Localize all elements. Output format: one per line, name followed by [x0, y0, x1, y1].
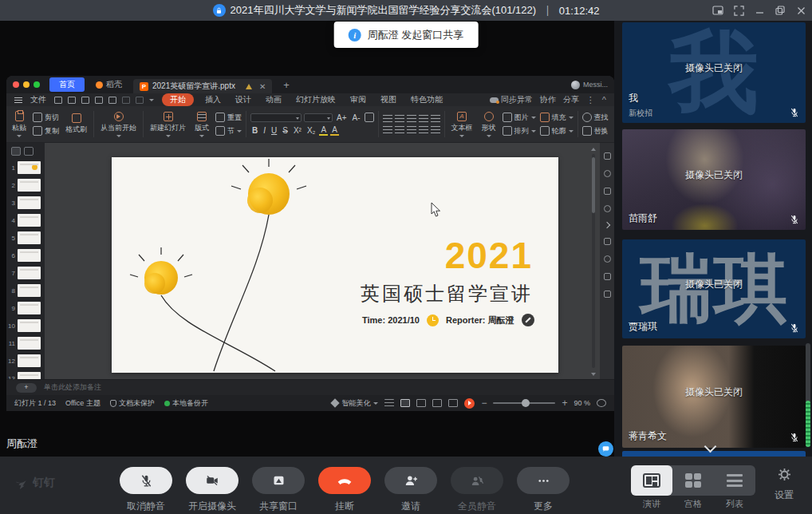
mac-zoom-icon[interactable] — [34, 81, 40, 88]
help-pane-icon[interactable] — [604, 255, 611, 263]
reading-view-icon[interactable] — [432, 399, 442, 407]
new-slide-button[interactable]: 新建幻灯片 — [148, 108, 188, 140]
mac-minimize-icon[interactable] — [23, 81, 30, 88]
object-properties-icon[interactable] — [604, 152, 611, 160]
shapes-button[interactable]: 形状 — [479, 108, 499, 140]
caret-down-icon[interactable] — [149, 99, 154, 101]
slides-view-tab-icon[interactable] — [11, 147, 21, 156]
font-color-button[interactable]: A — [330, 125, 339, 136]
decrease-indent-icon[interactable] — [407, 115, 416, 123]
align-right-icon[interactable] — [407, 126, 416, 134]
settings-button[interactable]: 设置 — [772, 467, 796, 502]
undo-icon[interactable] — [122, 97, 130, 104]
slide-thumbnail[interactable]: 10 — [6, 317, 45, 334]
preview-icon[interactable] — [108, 97, 116, 104]
menu-icon[interactable] — [14, 97, 22, 103]
ribbon-tab-slideshow[interactable]: 幻灯片放映 — [293, 93, 339, 106]
arrange-button[interactable]: 排列 — [503, 126, 536, 136]
redo-icon[interactable] — [136, 97, 144, 104]
layout-presenter-button[interactable] — [631, 465, 672, 496]
strikethrough-button[interactable]: S — [281, 126, 290, 135]
grow-font-button[interactable]: A+ — [335, 113, 349, 122]
new-tab-button[interactable]: + — [283, 79, 290, 91]
slide-thumbnail[interactable]: 12 — [6, 352, 45, 370]
notes-placeholder[interactable]: 单击此处添加备注 — [44, 382, 101, 393]
fill-button[interactable]: 填充 — [540, 113, 574, 123]
zoom-slider[interactable] — [493, 402, 555, 404]
close-doc-icon[interactable]: ✕ — [259, 82, 266, 91]
theme-name[interactable]: Office 主题 — [65, 398, 101, 409]
ribbon-tab-review[interactable]: 审阅 — [347, 93, 369, 106]
ribbon-tab-view[interactable]: 视图 — [377, 93, 400, 106]
numbered-list-icon[interactable] — [395, 115, 404, 123]
scroll-down-icon[interactable] — [591, 373, 596, 376]
slide-thumbnail[interactable]: 4 — [6, 212, 45, 229]
participant-tile[interactable]: 瑞琪 摄像头已关闭 贾瑞琪 — [622, 239, 806, 338]
collapse-ribbon-icon[interactable]: ^ — [602, 95, 606, 105]
slide-thumbnail[interactable]: 3 — [6, 194, 45, 212]
participant-tile-self[interactable]: 我 摄像头已关闭 我 新校招 — [622, 22, 806, 123]
ribbon-tab-animation[interactable]: 动画 — [262, 93, 285, 106]
zoom-level[interactable]: 90 % — [574, 399, 590, 407]
highlight-color-button[interactable]: A — [319, 125, 328, 136]
wps-document-tab[interactable]: P 2021英硕留学宣讲.pptx ✕ — [133, 79, 272, 93]
cut-button[interactable]: 剪切 — [33, 113, 59, 123]
columns-icon[interactable] — [431, 126, 440, 134]
ribbon-tab-design[interactable]: 设计 — [232, 93, 254, 106]
slide-thumbnail[interactable]: 1 — [6, 159, 45, 176]
align-center-icon[interactable] — [395, 126, 404, 134]
find-button[interactable]: 查找 — [582, 113, 609, 123]
slide-thumbnail[interactable]: 13 — [6, 370, 45, 379]
handout-view-icon[interactable] — [448, 399, 458, 407]
participant-tile[interactable]: 摄像头已关闭 苗雨舒 — [622, 129, 806, 230]
wps-account[interactable]: Messi... — [571, 81, 608, 89]
comments-pane-icon[interactable] — [604, 238, 611, 245]
shrink-font-button[interactable]: A- — [351, 113, 362, 122]
picture-in-picture-button[interactable] — [711, 4, 724, 17]
invite-button[interactable]: 邀请 — [384, 467, 437, 513]
participants-scrollbar-thumb[interactable] — [806, 401, 810, 447]
restore-button[interactable] — [774, 4, 786, 17]
textbox-button[interactable]: A文本框 — [449, 108, 475, 140]
superscript-button[interactable]: X² — [292, 126, 303, 135]
more-pane-icon[interactable] — [604, 291, 611, 298]
slideshow-button[interactable] — [464, 398, 475, 409]
scroll-up-icon[interactable] — [591, 148, 596, 151]
underline-button[interactable]: U — [270, 126, 278, 135]
slide-thumbnail[interactable]: 2 — [6, 176, 45, 194]
expand-pane-chevron-icon[interactable] — [604, 222, 610, 228]
wps-docer-tab[interactable]: 稻壳 — [89, 77, 128, 92]
animation-pane-icon[interactable] — [604, 170, 611, 177]
participants-scrollbar[interactable] — [806, 343, 810, 447]
zoom-out-button[interactable]: − — [481, 398, 487, 408]
clear-format-icon[interactable] — [365, 113, 374, 122]
resource-pane-icon[interactable] — [604, 273, 611, 280]
selection-pane-icon[interactable] — [604, 205, 611, 212]
file-menu[interactable]: 文件 — [30, 94, 46, 105]
bullet-list-icon[interactable] — [383, 115, 392, 123]
picture-button[interactable]: 图片 — [503, 113, 536, 123]
fit-slide-icon[interactable] — [597, 399, 606, 407]
slide-thumbnail[interactable]: 8 — [6, 282, 45, 299]
camera-on-button[interactable]: 开启摄像头 — [186, 467, 238, 513]
subscript-button[interactable]: X₂ — [305, 126, 317, 135]
backup-status[interactable]: 本地备份开 — [164, 398, 208, 409]
reset-button[interactable]: 重置 — [215, 113, 242, 123]
mac-close-icon[interactable] — [13, 81, 19, 88]
ribbon-tab-home[interactable]: 开始 — [162, 93, 194, 106]
add-slide-button[interactable]: + — [16, 383, 37, 393]
slide-thumbnail[interactable]: 11 — [6, 334, 45, 352]
protection-status[interactable]: 文档未保护 — [110, 398, 155, 409]
ribbon-tab-special[interactable]: 特色功能 — [408, 93, 446, 106]
layout-grid-button[interactable] — [672, 465, 714, 496]
fullscreen-button[interactable] — [732, 4, 745, 17]
print-icon[interactable] — [95, 97, 103, 104]
font-size-select[interactable] — [304, 113, 333, 122]
font-family-select[interactable] — [250, 113, 302, 122]
align-left-icon[interactable] — [383, 126, 392, 134]
canvas-scrollbar[interactable] — [590, 146, 597, 376]
slide-sorter-view-icon[interactable] — [416, 399, 426, 407]
share-window-button[interactable]: 共享窗口 — [252, 467, 305, 513]
share-button[interactable]: 分享 — [563, 94, 579, 105]
scrollbar-thumb[interactable] — [592, 157, 595, 213]
